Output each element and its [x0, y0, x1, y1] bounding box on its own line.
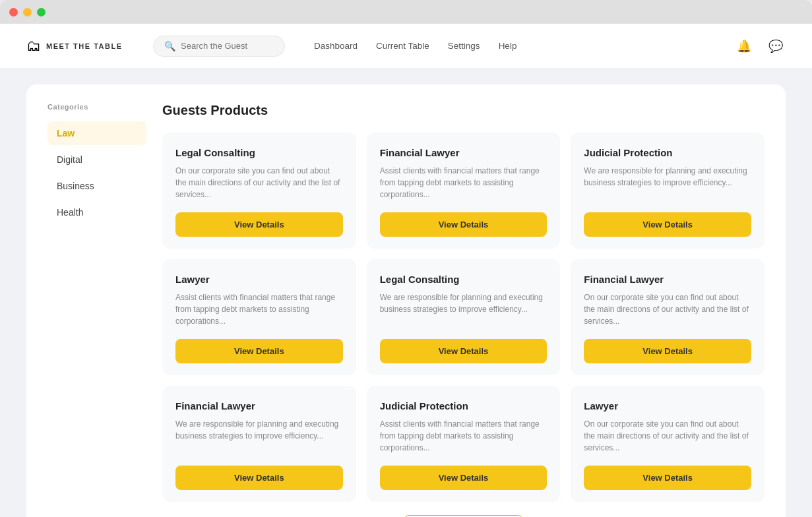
logo-text: MEET THE TABLE	[46, 42, 123, 50]
nav-dashboard[interactable]: Dashboard	[314, 41, 358, 51]
product-card: Legal Consalting We are responsible for …	[367, 259, 561, 375]
product-card: Legal Consalting On our corporate site y…	[162, 133, 356, 249]
product-description: On our corporate site you can find out a…	[175, 165, 343, 200]
product-description: Assist clients with financial matters th…	[175, 291, 343, 327]
product-name: Lawyer	[584, 400, 751, 411]
notifications-button[interactable]: 🔔	[734, 36, 754, 56]
product-description: We are responsible for planning and exec…	[175, 418, 343, 454]
sidebar-item-health[interactable]: Health	[47, 200, 146, 224]
product-name: Financial Lawyer	[175, 400, 343, 411]
logo-area: 🗂 MEET THE TABLE	[26, 38, 132, 55]
product-card: Judicial Protection Assist clients with …	[367, 386, 561, 502]
product-card: Financial Lawyer On our corporate site y…	[571, 259, 765, 375]
product-card: Financial Lawyer Assist clients with fin…	[367, 133, 561, 249]
view-details-button[interactable]: View Details	[175, 212, 343, 237]
nav-settings[interactable]: Settings	[448, 41, 480, 51]
sidebar-item-digital[interactable]: Digital	[47, 148, 146, 171]
view-details-button[interactable]: View Details	[175, 466, 343, 490]
product-name: Financial Lawyer	[380, 147, 547, 158]
product-name: Judicial Protection	[380, 400, 547, 411]
messages-button[interactable]: 💬	[766, 36, 786, 56]
search-bar[interactable]: 🔍	[153, 36, 285, 57]
product-card: Financial Lawyer We are responsible for …	[162, 386, 356, 502]
sidebar-item-business[interactable]: Business	[47, 174, 146, 198]
search-icon: 🔍	[164, 41, 175, 51]
product-description: Assist clients with financial matters th…	[380, 165, 547, 200]
view-details-button[interactable]: View Details	[175, 339, 343, 363]
product-card: Lawyer Assist clients with financial mat…	[162, 259, 356, 375]
sidebar-title: Categories	[47, 103, 146, 111]
product-name: Legal Consalting	[380, 274, 547, 285]
product-description: We are responsible for planning and exec…	[584, 165, 751, 200]
nav-links: Dashboard Current Table Settings Help	[314, 41, 516, 51]
product-name: Judicial Protection	[584, 147, 751, 158]
products-title: Guests Products	[162, 103, 765, 118]
product-description: We are responsible for planning and exec…	[380, 291, 547, 327]
view-details-button[interactable]: View Details	[380, 339, 547, 363]
view-details-button[interactable]: View Details	[584, 466, 751, 490]
top-nav: 🗂 MEET THE TABLE 🔍 Dashboard Current Tab…	[0, 24, 812, 69]
sidebar-item-law[interactable]: Law	[47, 121, 146, 145]
nav-help[interactable]: Help	[499, 41, 517, 51]
product-description: Assist clients with financial matters th…	[380, 418, 547, 454]
nav-current-table[interactable]: Current Table	[376, 41, 429, 51]
maximize-button[interactable]	[37, 8, 46, 16]
product-name: Legal Consalting	[175, 147, 343, 158]
view-details-button[interactable]: View Details	[584, 339, 751, 363]
products-grid: Legal Consalting On our corporate site y…	[162, 133, 765, 502]
products-section: Guests Products Legal Consalting On our …	[162, 103, 765, 517]
view-details-button[interactable]: View Details	[584, 212, 751, 237]
product-card: Lawyer On our corporate site you can fin…	[571, 386, 765, 502]
product-name: Financial Lawyer	[584, 274, 751, 285]
nav-right: 🔔 💬	[734, 36, 786, 56]
product-description: On our corporate site you can find out a…	[584, 418, 751, 454]
product-description: On our corporate site you can find out a…	[584, 291, 751, 327]
close-button[interactable]	[9, 8, 18, 16]
logo-icon: 🗂	[26, 38, 41, 55]
product-name: Lawyer	[175, 274, 343, 285]
title-bar	[0, 0, 812, 24]
view-details-button[interactable]: View Details	[380, 466, 547, 490]
view-details-button[interactable]: View Details	[380, 212, 547, 237]
main-bg: Categories Law Digital Business Health G…	[0, 69, 812, 517]
search-input[interactable]	[181, 41, 273, 51]
sidebar: Categories Law Digital Business Health	[47, 103, 146, 517]
content-card: Categories Law Digital Business Health G…	[26, 84, 786, 517]
minimize-button[interactable]	[23, 8, 32, 16]
product-card: Judicial Protection We are responsible f…	[571, 133, 765, 249]
